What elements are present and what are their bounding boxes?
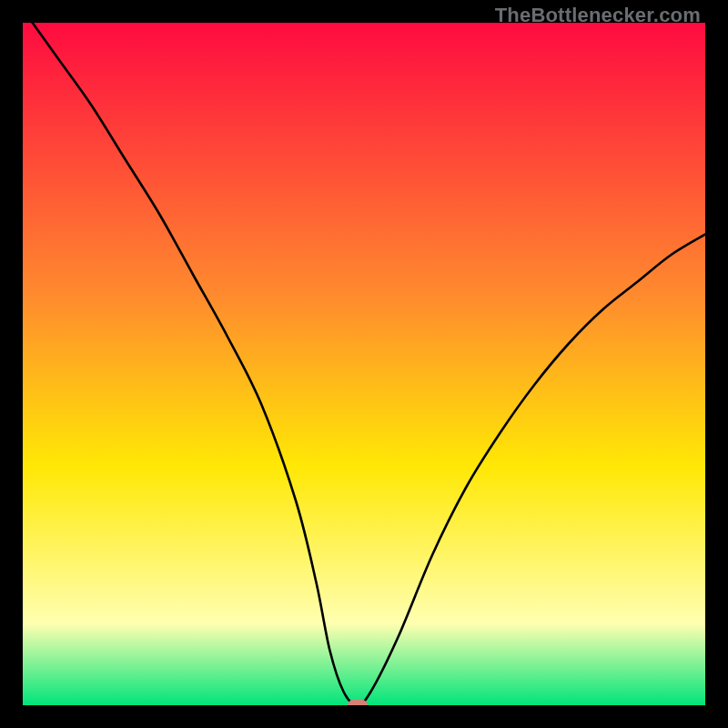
watermark-text: TheBottlenecker.com bbox=[495, 4, 701, 27]
chart-frame: TheBottlenecker.com bbox=[0, 0, 728, 728]
plot-area bbox=[23, 23, 705, 705]
bottleneck-curve bbox=[23, 23, 705, 705]
optimal-marker bbox=[348, 700, 368, 705]
